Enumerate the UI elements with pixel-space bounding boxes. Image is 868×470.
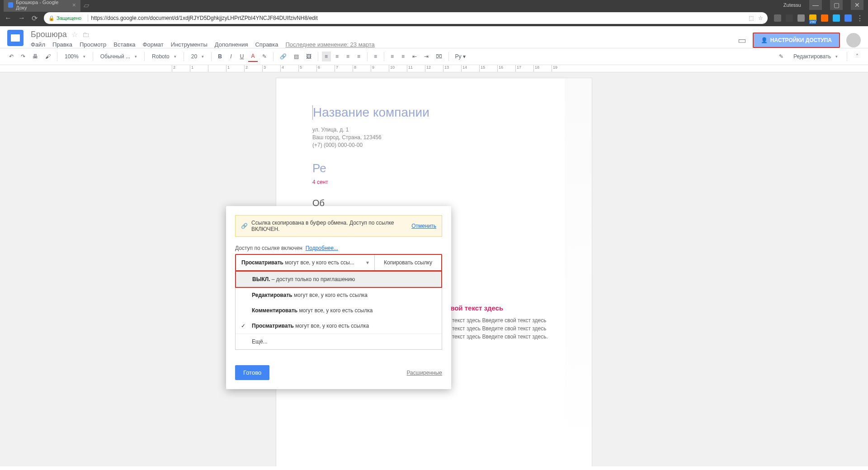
share-button[interactable]: 👤 НАСТРОЙКИ ДОСТУПА <box>753 33 840 48</box>
browser-tab[interactable]: Брошюра - Google Доку × <box>4 0 80 12</box>
menu-tools[interactable]: Инструменты <box>171 41 208 48</box>
font-size-select[interactable]: 20 <box>188 52 208 61</box>
bookmark-star-icon[interactable]: ☆ <box>758 15 763 21</box>
link-icon: 🔗 <box>241 223 248 229</box>
done-button[interactable]: Готово <box>235 365 269 380</box>
tab-close-icon[interactable]: × <box>72 1 76 9</box>
address-bar: ← → ⟳ 🔒 Защищено https://docs.google.com… <box>0 10 868 26</box>
menu-addons[interactable]: Дополнения <box>215 41 248 48</box>
menu-file[interactable]: Файл <box>31 41 45 48</box>
text-color-icon[interactable]: A <box>248 51 257 62</box>
style-select[interactable]: Обычный ... <box>97 52 141 61</box>
extension-icons: 290 ⋮ <box>774 14 863 23</box>
align-justify-icon[interactable]: ≡ <box>354 52 363 61</box>
docs-header: Брошюра ☆ 🗀 Файл Правка Просмотр Вставка… <box>0 26 868 48</box>
document-canvas[interactable]: 2112345678910111213141516171819 Название… <box>0 65 868 466</box>
editing-mode-icon[interactable]: ✎ <box>776 52 786 61</box>
option-comment[interactable]: Комментировать могут все, у кого есть сс… <box>236 303 442 318</box>
line-spacing-icon[interactable]: ≡ <box>371 52 380 61</box>
ext-icon-6[interactable] <box>844 14 852 22</box>
tab-bar: Брошюра - Google Доку × ▱ Zutessu — ▢ ✕ <box>0 0 868 10</box>
window-maximize-icon[interactable]: ▢ <box>830 0 843 10</box>
link-status-row: Доступ по ссылке включен Подробнее... <box>235 245 442 251</box>
ext-icon-3[interactable] <box>797 14 805 22</box>
ext-rss-icon[interactable] <box>821 14 828 22</box>
increase-indent-icon[interactable]: ⇥ <box>421 52 431 61</box>
browser-profile-label[interactable]: Zutessu <box>783 2 801 8</box>
url-input[interactable]: 🔒 Защищено https://docs.google.com/docum… <box>44 12 768 24</box>
reload-icon[interactable]: ⟳ <box>32 14 38 23</box>
ext-icon-4[interactable]: 290 <box>809 14 816 22</box>
paint-format-icon[interactable]: 🖌 <box>42 52 53 61</box>
editing-mode-select[interactable]: Редактировать <box>790 52 841 61</box>
formatting-toolbar: ↶ ↷ 🖶 🖌 100% Обычный ... Roboto 20 B I U… <box>0 48 868 65</box>
ext-icon-5[interactable] <box>833 14 840 22</box>
secure-badge: 🔒 Защищено <box>48 15 81 21</box>
url-text: https://docs.google.com/document/d/1xdjR… <box>91 15 318 21</box>
insert-link-icon[interactable]: 🔗 <box>277 52 289 61</box>
menu-format[interactable]: Формат <box>143 41 164 48</box>
undo-link[interactable]: Отменить <box>411 223 436 229</box>
menu-view[interactable]: Просмотр <box>80 41 106 48</box>
move-folder-icon[interactable]: 🗀 <box>82 31 90 39</box>
comments-icon[interactable]: ▭ <box>738 35 746 46</box>
modal-footer: Готово Расширенные <box>235 365 442 380</box>
forward-icon[interactable]: → <box>18 14 25 22</box>
align-left-icon[interactable]: ≡ <box>322 52 331 61</box>
link-access-controls: Просматривать могут все, у кого есть ссы… <box>235 254 442 271</box>
numbered-list-icon[interactable]: ≡ <box>388 52 397 61</box>
copy-link-button[interactable]: Копировать ссылку <box>375 255 441 270</box>
checkmark-icon: ✓ <box>241 323 245 329</box>
bulleted-list-icon[interactable]: ≡ <box>399 52 408 61</box>
copy-notice: 🔗 Ссылка скопирована в буфер обмена. Дос… <box>235 215 442 237</box>
document-title[interactable]: Брошюра <box>31 30 67 39</box>
option-off[interactable]: ВЫКЛ. – доступ только по приглашению <box>235 271 442 288</box>
menu-bar: Файл Правка Просмотр Вставка Формат Инст… <box>31 41 738 48</box>
undo-icon[interactable]: ↶ <box>6 52 16 61</box>
docs-logo-icon[interactable] <box>7 30 24 46</box>
ext-icon-2[interactable] <box>786 14 793 22</box>
highlight-icon[interactable]: ✎ <box>259 52 269 61</box>
option-view[interactable]: ✓ Просматривать могут все, у кого есть с… <box>236 318 442 334</box>
new-tab-button[interactable]: ▱ <box>82 1 90 9</box>
option-edit[interactable]: Редактировать могут все, у кого есть ссы… <box>236 287 442 303</box>
italic-icon[interactable]: I <box>226 52 236 61</box>
advanced-link[interactable]: Расширенные <box>406 370 442 376</box>
print-icon[interactable]: 🖶 <box>30 52 41 61</box>
account-avatar[interactable] <box>846 33 861 47</box>
star-icon[interactable]: ☆ <box>71 30 78 39</box>
learn-more-link[interactable]: Подробнее... <box>306 245 338 251</box>
browser-menu-icon[interactable]: ⋮ <box>856 14 863 23</box>
collapse-toolbar-icon[interactable]: ˄ <box>853 52 862 61</box>
menu-edit[interactable]: Правка <box>52 41 72 48</box>
browser-chrome: Брошюра - Google Доку × ▱ Zutessu — ▢ ✕ … <box>0 0 868 26</box>
zoom-select[interactable]: 100% <box>61 52 89 61</box>
share-modal: 🔗 Ссылка скопирована в буфер обмена. Дос… <box>226 206 451 389</box>
access-level-select[interactable]: Просматривать могут все, у кого есть ссы… <box>236 255 375 270</box>
menu-insert[interactable]: Вставка <box>113 41 135 48</box>
font-select[interactable]: Roboto <box>148 52 180 61</box>
align-center-icon[interactable]: ≡ <box>333 52 342 61</box>
ext-icon-1[interactable] <box>774 14 781 22</box>
redo-icon[interactable]: ↷ <box>18 52 28 61</box>
window-close-icon[interactable]: ✕ <box>851 0 863 10</box>
clear-format-icon[interactable]: ⌧ <box>433 52 445 61</box>
option-more[interactable]: Ещё... <box>236 334 442 349</box>
access-level-dropdown: ВЫКЛ. – доступ только по приглашению Ред… <box>235 271 442 350</box>
input-tools-icon[interactable]: Ру ▾ <box>453 52 468 61</box>
underline-icon[interactable]: U <box>237 52 247 61</box>
omnibox-icon[interactable]: ⬚ <box>749 15 754 21</box>
insert-image-icon[interactable]: 🖼 <box>303 52 314 61</box>
last-edit-label[interactable]: Последнее изменение: 23 марта <box>285 41 374 48</box>
align-right-icon[interactable]: ≡ <box>344 52 353 61</box>
notice-text: Ссылка скопирована в буфер обмена. Досту… <box>251 220 406 232</box>
menu-help[interactable]: Справка <box>255 41 278 48</box>
insert-comment-icon[interactable]: ▤ <box>291 52 302 61</box>
chevron-down-icon: ▾ <box>366 259 369 266</box>
decrease-indent-icon[interactable]: ⇤ <box>410 52 420 61</box>
bold-icon[interactable]: B <box>215 52 225 61</box>
person-add-icon: 👤 <box>761 37 768 43</box>
back-icon[interactable]: ← <box>5 14 12 22</box>
window-minimize-icon[interactable]: — <box>809 0 822 10</box>
link-status-label: Доступ по ссылке включен <box>235 245 302 251</box>
